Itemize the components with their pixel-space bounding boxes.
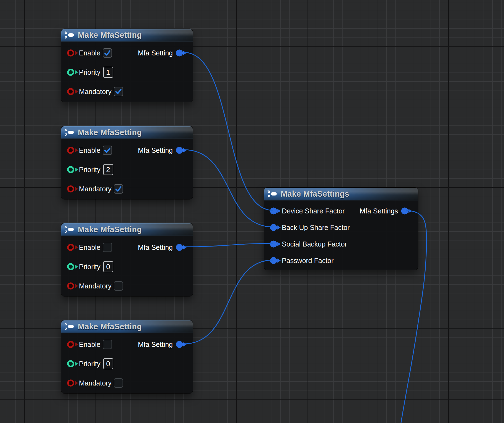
- pin-row-priority: Priority 0: [61, 354, 193, 373]
- pin-row-output: Mfa Setting: [138, 335, 188, 354]
- pin-label: Back Up Share Factor: [282, 224, 350, 232]
- pin-label: Mfa Setting: [138, 49, 173, 57]
- struct-input-pin[interactable]: [270, 240, 282, 248]
- priority-input[interactable]: 0: [103, 358, 113, 369]
- pin-label: Enable: [79, 49, 100, 57]
- pin-label: Mandatory: [79, 282, 112, 290]
- pin-row-mandatory: Mandatory: [61, 373, 193, 393]
- priority-input[interactable]: 0: [103, 261, 113, 272]
- pin-row-mandatory: Mandatory: [61, 179, 193, 199]
- int-input-pin[interactable]: [67, 263, 79, 271]
- pin-label: Priority: [79, 68, 100, 76]
- pin-label: Priority: [79, 360, 100, 368]
- bool-input-pin[interactable]: [67, 340, 79, 349]
- make-struct-icon: [65, 226, 75, 233]
- bool-input-pin[interactable]: [67, 185, 79, 193]
- pin-label: Enable: [79, 243, 100, 251]
- struct-output-pin[interactable]: [176, 49, 188, 57]
- node-title: Make MfaSetting: [78, 322, 142, 331]
- make-struct-icon: [65, 31, 75, 39]
- pin-label: Priority: [79, 263, 100, 271]
- node-header[interactable]: Make MfaSetting: [61, 223, 193, 236]
- enable-checkbox[interactable]: [103, 48, 112, 58]
- struct-output-pin[interactable]: [176, 340, 188, 349]
- make-struct-icon: [65, 323, 75, 330]
- struct-input-pin[interactable]: [270, 256, 282, 265]
- struct-input-pin[interactable]: [270, 223, 282, 232]
- enable-checkbox[interactable]: [103, 146, 112, 155]
- pin-label: Enable: [79, 146, 100, 154]
- node-make-mfasetting-2[interactable]: Make MfaSetting Enable Priority 2 Mandat…: [61, 126, 193, 199]
- node-header[interactable]: Make MfaSetting: [61, 320, 193, 333]
- pin-row-output: Mfa Settings: [360, 203, 413, 219]
- mandatory-checkbox[interactable]: [114, 87, 123, 96]
- pin-label: Mfa Setting: [138, 341, 173, 349]
- priority-input[interactable]: 2: [103, 164, 113, 175]
- pin-label: Mfa Setting: [138, 243, 173, 251]
- pin-label: Mfa Setting: [138, 146, 173, 154]
- struct-output-pin[interactable]: [176, 243, 188, 251]
- pin-label: Mandatory: [79, 88, 112, 96]
- bool-input-pin[interactable]: [67, 282, 79, 290]
- node-title: Make MfaSettings: [281, 189, 349, 199]
- mandatory-checkbox[interactable]: [114, 378, 123, 388]
- pin-label: Password Factor: [282, 257, 334, 265]
- node-make-mfasetting-1[interactable]: Make MfaSetting Enable Priority 1 Mandat…: [61, 29, 193, 102]
- node-make-mfasetting-4[interactable]: Make MfaSetting Enable Priority 0 Mandat…: [61, 320, 193, 393]
- pin-row-mandatory: Mandatory: [61, 276, 193, 296]
- node-make-mfasettings[interactable]: Make MfaSettings Device Share Factor Bac…: [264, 188, 418, 270]
- pin-row-output: Mfa Setting: [138, 43, 188, 63]
- bool-input-pin[interactable]: [67, 87, 79, 96]
- wire-node4-to-password-factor[interactable]: [184, 260, 273, 344]
- node-header[interactable]: Make MfaSetting: [61, 29, 193, 42]
- node-header[interactable]: Make MfaSettings: [264, 188, 418, 200]
- struct-output-pin[interactable]: [401, 207, 413, 215]
- bool-input-pin[interactable]: [67, 49, 79, 57]
- pin-row-priority: Priority 0: [61, 257, 193, 276]
- int-input-pin[interactable]: [67, 360, 79, 368]
- node-title: Make MfaSetting: [78, 31, 142, 40]
- pin-row-priority: Priority 2: [61, 160, 193, 179]
- priority-input[interactable]: 1: [103, 67, 113, 78]
- pin-label: Mandatory: [79, 379, 112, 387]
- bool-input-pin[interactable]: [67, 146, 79, 154]
- struct-output-pin[interactable]: [176, 146, 188, 154]
- node-title: Make MfaSetting: [78, 225, 142, 234]
- struct-input-pin[interactable]: [270, 207, 282, 215]
- pin-row-mandatory: Mandatory: [61, 82, 193, 101]
- node-title: Make MfaSetting: [78, 128, 142, 137]
- pin-label: Enable: [79, 341, 100, 349]
- pin-label: Priority: [79, 166, 100, 174]
- pin-row-output: Mfa Setting: [138, 141, 188, 160]
- bool-input-pin[interactable]: [67, 379, 79, 387]
- bool-input-pin[interactable]: [67, 243, 79, 251]
- pin-row-output: Mfa Setting: [138, 238, 188, 257]
- blueprint-canvas[interactable]: Make MfaSetting Enable Priority 1 Mandat…: [0, 0, 504, 423]
- wire-node2-to-back-up-share-factor[interactable]: [184, 150, 273, 227]
- mandatory-checkbox[interactable]: [114, 281, 123, 291]
- make-struct-icon: [65, 128, 75, 136]
- pin-row-back-up-share-factor: Back Up Share Factor: [264, 219, 418, 236]
- wire-node3-to-social-backup-factor[interactable]: [184, 243, 273, 247]
- pin-label: Social Backup Factor: [282, 240, 347, 248]
- pin-row-priority: Priority 1: [61, 63, 193, 82]
- pin-row-password-factor: Password Factor: [264, 252, 418, 269]
- pin-row-social-backup-factor: Social Backup Factor: [264, 236, 418, 252]
- enable-checkbox[interactable]: [103, 340, 112, 349]
- make-struct-icon: [267, 190, 277, 198]
- wire-node1-to-device-share-factor[interactable]: [184, 52, 273, 210]
- pin-label: Mandatory: [79, 185, 112, 193]
- pin-label: Device Share Factor: [282, 207, 345, 215]
- node-header[interactable]: Make MfaSetting: [61, 126, 193, 139]
- int-input-pin[interactable]: [67, 68, 79, 76]
- mandatory-checkbox[interactable]: [114, 184, 123, 194]
- node-make-mfasetting-3[interactable]: Make MfaSetting Enable Priority 0 Mandat…: [61, 223, 193, 296]
- enable-checkbox[interactable]: [103, 243, 112, 252]
- pin-label: Mfa Settings: [360, 207, 398, 215]
- int-input-pin[interactable]: [67, 165, 79, 174]
